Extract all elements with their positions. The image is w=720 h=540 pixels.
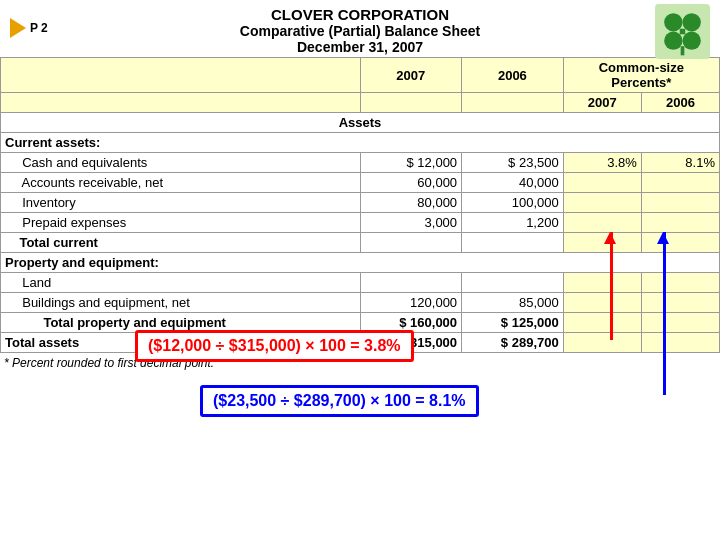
land-label: Land: [1, 273, 361, 293]
land-2007: [360, 273, 462, 293]
svg-rect-5: [680, 29, 686, 35]
page: P 2 CLOVER CORPORATION Comparative (Part…: [0, 0, 720, 540]
cash-2006: $ 23,500: [462, 153, 564, 173]
buildings-cs2007: [563, 293, 641, 313]
total-property-cs2007: [563, 313, 641, 333]
current-assets-label: Current assets:: [1, 133, 720, 153]
total-assets-cs2007: [563, 333, 641, 353]
red-formula-text: ($12,000 ÷ $315,000) × 100 = 3.8%: [148, 337, 401, 354]
prepaid-cs2007: [563, 213, 641, 233]
inventory-2006: 100,000: [462, 193, 564, 213]
land-cs2007: [563, 273, 641, 293]
total-assets-cs2006: [641, 333, 719, 353]
cash-2007: $ 12,000: [360, 153, 462, 173]
cash-cs2006: 8.1%: [641, 153, 719, 173]
buildings-label: Buildings and equipment, net: [1, 293, 361, 313]
subtitle2: December 31, 2007: [0, 39, 720, 55]
blue-formula-overlay: ($23,500 ÷ $289,700) × 100 = 8.1%: [200, 385, 479, 417]
cash-label: Cash and equivalents: [1, 153, 361, 173]
prepaid-label: Prepaid expenses: [1, 213, 361, 233]
inventory-cs2007: [563, 193, 641, 213]
blue-arrow-head: [657, 232, 669, 244]
total-property-2006: $ 125,000: [462, 313, 564, 333]
subtitle1: Comparative (Partial) Balance Sheet: [0, 23, 720, 39]
prepaid-cs2006: [641, 213, 719, 233]
ar-2007: 60,000: [360, 173, 462, 193]
current-assets-label-row: Current assets:: [1, 133, 720, 153]
table-row: Prepaid expenses 3,000 1,200: [1, 213, 720, 233]
land-cs2006: [641, 273, 719, 293]
p2-arrow-icon: [10, 18, 26, 38]
total-current-label: Total current: [1, 233, 361, 253]
col-header-row: 2007 2006 Common-sizePercents*: [1, 58, 720, 93]
buildings-2006: 85,000: [462, 293, 564, 313]
buildings-2007: 120,000: [360, 293, 462, 313]
total-current-2007: [360, 233, 462, 253]
ar-cs2006: [641, 173, 719, 193]
total-assets-2006: $ 289,700: [462, 333, 564, 353]
table-row: Inventory 80,000 100,000: [1, 193, 720, 213]
assets-label: Assets: [1, 113, 720, 133]
total-current-2006: [462, 233, 564, 253]
total-current-cs2006: [641, 233, 719, 253]
cs-year-header-row: 2007 2006: [1, 93, 720, 113]
cs2007-header: 2007: [563, 93, 641, 113]
year2006-header: 2006: [462, 58, 564, 93]
cs2006-header: 2006: [641, 93, 719, 113]
inventory-label: Inventory: [1, 193, 361, 213]
clover-icon: [655, 4, 710, 59]
common-size-header: Common-sizePercents*: [563, 58, 719, 93]
blue-arrow-line: [663, 232, 666, 395]
inventory-cs2006: [641, 193, 719, 213]
ar-label: Accounts receivable, net: [1, 173, 361, 193]
table-row: Cash and equivalents $ 12,000 $ 23,500 3…: [1, 153, 720, 173]
label-col-header: [1, 58, 361, 93]
inventory-2007: 80,000: [360, 193, 462, 213]
assets-section-header: Assets: [1, 113, 720, 133]
year2007-header: 2007: [360, 58, 462, 93]
cash-cs2007: 3.8%: [563, 153, 641, 173]
total-current-cs2007: [563, 233, 641, 253]
red-arrow-line: [610, 232, 613, 340]
p2-label: P 2: [30, 21, 48, 35]
ar-2006: 40,000: [462, 173, 564, 193]
header: P 2 CLOVER CORPORATION Comparative (Part…: [0, 0, 720, 57]
svg-rect-6: [681, 46, 685, 55]
red-arrow-head: [604, 232, 616, 244]
p2-badge: P 2: [10, 18, 48, 38]
prepaid-2006: 1,200: [462, 213, 564, 233]
table-row: Accounts receivable, net 60,000 40,000: [1, 173, 720, 193]
total-property-cs2006: [641, 313, 719, 333]
buildings-cs2006: [641, 293, 719, 313]
red-formula-overlay: ($12,000 ÷ $315,000) × 100 = 3.8%: [135, 330, 414, 362]
ar-cs2007: [563, 173, 641, 193]
land-2006: [462, 273, 564, 293]
blue-formula-text: ($23,500 ÷ $289,700) × 100 = 8.1%: [213, 392, 466, 409]
company-title: CLOVER CORPORATION: [0, 6, 720, 23]
prepaid-2007: 3,000: [360, 213, 462, 233]
